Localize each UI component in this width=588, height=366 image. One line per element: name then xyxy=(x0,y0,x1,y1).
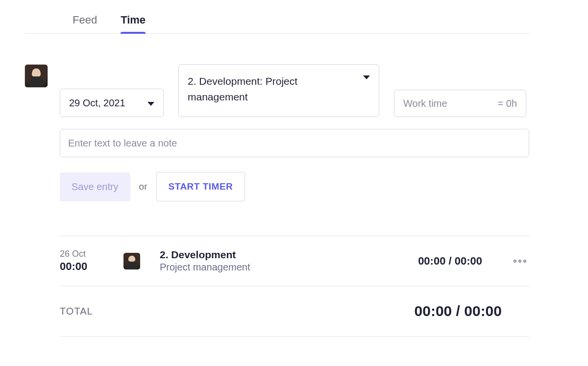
entry-subtitle: Project management xyxy=(160,262,398,273)
project-value: 2. Development: Project management xyxy=(188,73,353,104)
form-row-selectors: 29 Oct, 2021 2. Development: Project man… xyxy=(60,64,529,117)
tab-time[interactable]: Time xyxy=(121,10,146,33)
time-entry-row: 26 Oct 00:00 2. Development Project mana… xyxy=(60,236,529,286)
entry-title: 2. Development xyxy=(160,249,398,261)
note-input[interactable] xyxy=(60,129,529,157)
start-timer-button[interactable]: START TIMER xyxy=(156,172,245,201)
entry-form: 29 Oct, 2021 2. Development: Project man… xyxy=(24,64,529,201)
entry-description: 2. Development Project management xyxy=(160,249,398,273)
entry-date-column: 26 Oct 00:00 xyxy=(60,249,104,273)
worktime-value: = 0h xyxy=(498,98,517,109)
total-value: 00:00 / 00:00 xyxy=(415,303,529,319)
or-label: or xyxy=(139,181,147,192)
worktime-input[interactable]: Work time = 0h xyxy=(394,90,526,117)
entry-date: 26 Oct xyxy=(60,249,104,259)
tabs-nav: Feed Time xyxy=(24,10,529,34)
more-options-icon[interactable] xyxy=(511,257,529,266)
entry-duration: 00:00 xyxy=(60,260,104,273)
save-entry-button[interactable]: Save entry xyxy=(60,172,130,201)
form-column: 29 Oct, 2021 2. Development: Project man… xyxy=(60,64,529,201)
chevron-down-icon xyxy=(147,102,154,106)
total-label: TOTAL xyxy=(60,306,93,317)
entry-time-stats: 00:00 / 00:00 xyxy=(418,255,482,268)
date-value: 29 Oct, 2021 xyxy=(69,98,125,109)
entries-list: 26 Oct 00:00 2. Development Project mana… xyxy=(60,236,529,337)
date-picker[interactable]: 29 Oct, 2021 xyxy=(60,89,164,117)
actions-row: Save entry or START TIMER xyxy=(60,172,529,201)
project-select[interactable]: 2. Development: Project management xyxy=(178,64,379,117)
tab-feed[interactable]: Feed xyxy=(73,10,97,33)
user-avatar[interactable] xyxy=(24,64,48,88)
total-row: TOTAL 00:00 / 00:00 xyxy=(60,286,529,337)
chevron-down-icon xyxy=(363,75,370,79)
worktime-label: Work time xyxy=(403,98,447,109)
avatar-column xyxy=(24,64,48,201)
entry-user-avatar[interactable] xyxy=(123,253,140,269)
